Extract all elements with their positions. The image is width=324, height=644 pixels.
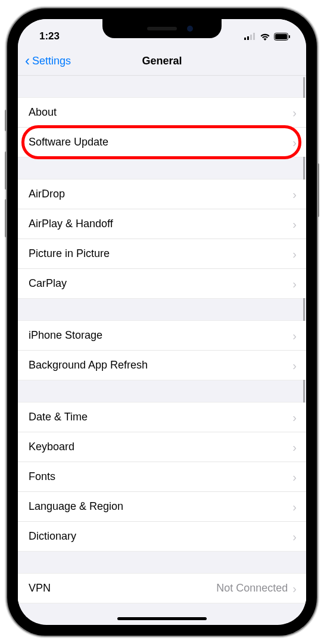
chevron-right-icon: › [292, 531, 297, 543]
row-airdrop[interactable]: AirDrop › [18, 179, 306, 209]
chevron-right-icon: › [292, 471, 297, 483]
row-background-app-refresh[interactable]: Background App Refresh › [18, 351, 306, 380]
content-scroll[interactable]: About › Software Update › AirDrop › AirP… [18, 76, 306, 617]
svg-rect-1 [247, 36, 249, 40]
svg-rect-3 [253, 33, 255, 40]
home-indicator[interactable] [117, 617, 207, 620]
notch [102, 19, 222, 38]
svg-rect-2 [250, 35, 252, 40]
svg-rect-6 [289, 35, 290, 38]
row-about[interactable]: About › [18, 98, 306, 128]
row-value: Not Connected [216, 582, 288, 595]
screen: 1:23 [18, 19, 306, 625]
row-vpn[interactable]: VPN Not Connected › [18, 574, 306, 603]
row-label: CarPlay [29, 277, 292, 290]
row-date-time[interactable]: Date & Time › [18, 402, 306, 432]
nav-bar: ‹ Settings General [18, 48, 306, 76]
settings-group: Date & Time › Keyboard › Fonts › Languag… [18, 402, 306, 552]
row-airplay-handoff[interactable]: AirPlay & Handoff › [18, 209, 306, 239]
chevron-right-icon: › [292, 583, 297, 595]
row-picture-in-picture[interactable]: Picture in Picture › [18, 239, 306, 269]
row-iphone-storage[interactable]: iPhone Storage › [18, 321, 306, 351]
chevron-right-icon: › [292, 137, 297, 148]
speaker [147, 27, 177, 30]
chevron-right-icon: › [292, 248, 297, 260]
chevron-right-icon: › [292, 441, 297, 453]
row-language-region[interactable]: Language & Region › [18, 492, 306, 522]
page-title: General [142, 55, 182, 67]
power-button [317, 163, 319, 217]
front-camera [187, 26, 193, 32]
chevron-right-icon: › [292, 218, 297, 230]
status-time: 1:23 [39, 30, 60, 42]
row-label: Date & Time [29, 411, 292, 423]
cellular-signal-icon [244, 33, 256, 40]
chevron-right-icon: › [292, 107, 297, 119]
settings-group: About › Software Update › [18, 97, 306, 157]
settings-group: VPN Not Connected › [18, 573, 306, 603]
chevron-right-icon: › [292, 501, 297, 513]
chevron-right-icon: › [292, 360, 297, 371]
row-label: Background App Refresh [29, 359, 292, 371]
row-label: iPhone Storage [29, 329, 292, 342]
chevron-right-icon: › [292, 188, 297, 200]
row-label: Fonts [29, 470, 292, 483]
row-fonts[interactable]: Fonts › [18, 462, 306, 492]
volume-up-button [5, 151, 7, 190]
row-carplay[interactable]: CarPlay › [18, 269, 306, 298]
mute-switch [5, 110, 7, 131]
row-label: Language & Region [29, 500, 292, 513]
settings-group: iPhone Storage › Background App Refresh … [18, 320, 306, 380]
row-label: Software Update [29, 136, 292, 148]
row-label: Dictionary [29, 530, 292, 543]
back-label: Settings [32, 55, 71, 67]
chevron-right-icon: › [292, 411, 297, 423]
status-icons [244, 33, 291, 41]
row-keyboard[interactable]: Keyboard › [18, 432, 306, 462]
row-label: AirPlay & Handoff [29, 218, 292, 230]
row-label: VPN [29, 582, 216, 595]
row-label: Picture in Picture [29, 247, 292, 260]
chevron-right-icon: › [292, 278, 297, 290]
phone-frame: 1:23 [7, 8, 317, 636]
back-button[interactable]: ‹ Settings [25, 54, 71, 68]
volume-down-button [5, 199, 7, 237]
row-dictionary[interactable]: Dictionary › [18, 522, 306, 551]
row-label: Keyboard [29, 441, 292, 453]
row-label: AirDrop [29, 188, 292, 200]
row-software-update[interactable]: Software Update › [18, 128, 306, 157]
chevron-left-icon: ‹ [25, 54, 30, 68]
row-label: About [29, 106, 292, 119]
chevron-right-icon: › [292, 330, 297, 342]
settings-group: AirDrop › AirPlay & Handoff › Picture in… [18, 179, 306, 299]
wifi-icon [260, 33, 270, 41]
svg-rect-0 [244, 38, 246, 40]
battery-icon [274, 33, 291, 41]
svg-rect-5 [275, 34, 287, 39]
